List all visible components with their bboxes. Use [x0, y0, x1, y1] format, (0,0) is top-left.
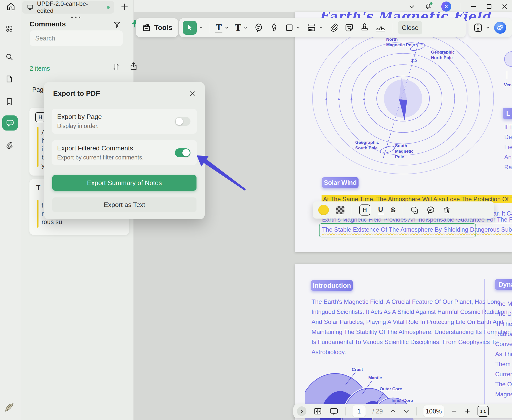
export-to-pdf-dialog: Export to PDF Export by Page Display in … [44, 82, 205, 219]
highlight-color-bar [37, 200, 38, 228]
page-total: / 29 [372, 408, 383, 415]
zoom-out-icon[interactable] [451, 408, 457, 414]
export-by-page-option[interactable]: Export by Page Display in order. [52, 109, 197, 134]
notifications-bell-icon[interactable] [424, 3, 432, 10]
side-text-line: Ra [504, 164, 512, 171]
search-input[interactable] [30, 30, 123, 46]
ai-assistant-button[interactable] [494, 22, 506, 34]
solar-wind-badge: Solar Wind [322, 177, 359, 188]
window-controls: X [409, 2, 508, 12]
minimize-icon[interactable] [470, 3, 477, 10]
shape-tool-chevron[interactable] [296, 25, 300, 30]
dialog-header: Export to PDF [44, 82, 205, 105]
attachment-rail-icon[interactable] [4, 141, 14, 151]
typewriter-tool-chevron[interactable] [243, 25, 248, 30]
app-menu-chevron-icon[interactable] [409, 3, 415, 10]
highlight-tool-icon[interactable]: H [359, 204, 370, 216]
label-inner-core: Inner Core [391, 398, 413, 403]
save-dropdown-chevron[interactable] [486, 25, 490, 30]
apps-grid-icon[interactable] [4, 24, 14, 34]
right-column-line: Currents [495, 371, 512, 378]
bookmark-icon[interactable] [4, 97, 14, 107]
left-navigation-rail [0, 0, 21, 420]
label-mantle: Mantle [368, 375, 382, 381]
expand-bar-button[interactable] [297, 406, 306, 416]
export-as-text-button[interactable]: Export as Text [52, 197, 196, 212]
pencil-tool-icon[interactable] [269, 23, 279, 32]
export-filtered-comments-toggle[interactable] [175, 148, 190, 157]
measure-tool-icon[interactable] [306, 22, 317, 33]
copy-icon[interactable] [410, 206, 419, 214]
option-title: Export by Page [57, 113, 102, 121]
paragraph-line: Astrobiology. [311, 349, 346, 356]
delete-trash-icon[interactable] [443, 206, 451, 214]
strikethrough-tool-icon[interactable]: S [391, 206, 396, 214]
attachment-tool-icon[interactable] [329, 23, 339, 32]
paragraph-line: Is Fundamental To Various Scientific Dis… [311, 339, 498, 346]
new-tab-button[interactable] [120, 3, 129, 11]
sort-icon[interactable] [111, 62, 121, 71]
signature-tool-icon[interactable] [375, 22, 386, 33]
document-tab[interactable]: UPDF-2.0-cant-be-edited [22, 1, 114, 14]
pointer-tool-button[interactable] [183, 21, 197, 35]
page-navigation-bar: 1 / 29 100% 1:1 [293, 404, 512, 418]
presentation-mode-icon[interactable] [329, 406, 339, 416]
right-column-line: In The E [495, 320, 512, 327]
typewriter-tool-icon[interactable]: T [235, 23, 241, 33]
items-count: 2 items [30, 65, 50, 72]
shape-tool-icon[interactable] [285, 23, 294, 32]
paragraph-line: Maintaining The Stability Of The Atmosph… [311, 328, 511, 335]
pointer-dropdown-chevron[interactable] [199, 25, 203, 30]
filter-icon[interactable] [112, 20, 122, 29]
custom-color-swatch[interactable] [336, 206, 344, 214]
comments-panel-button-active[interactable] [2, 115, 18, 131]
tab-title: UPDF-2.0-cant-be-edited [37, 0, 104, 14]
export-by-page-toggle[interactable] [175, 117, 190, 126]
save-icon[interactable] [473, 23, 483, 33]
label-south-magnetic-pole: South Magnetic Pole [395, 143, 417, 160]
paragraph-line: The Earth's Magnetic Field, A Crucial Fe… [311, 298, 501, 305]
measure-tool-chevron[interactable] [319, 25, 323, 30]
right-column-line: The Dyn [495, 310, 512, 317]
stamp-tool-icon[interactable] [360, 23, 369, 32]
close-window-icon[interactable] [501, 3, 508, 10]
text-comment-tool-icon[interactable]: T [215, 23, 222, 32]
export-summary-of-notes-button[interactable]: Export Summary of Notes [52, 175, 196, 191]
user-avatar[interactable]: X [441, 2, 451, 12]
search-icon[interactable] [4, 52, 14, 62]
close-button[interactable]: Close [398, 21, 422, 34]
page-thumbnails-icon[interactable] [313, 407, 322, 416]
right-column-line: As The [495, 351, 512, 358]
highlight-color-swatch[interactable] [318, 205, 329, 215]
maximize-icon[interactable] [486, 4, 492, 10]
selected-annotation-box[interactable] [319, 223, 476, 237]
updf-logo [4, 402, 14, 412]
label-north-magnetic-pole: North Magnetic Pole [386, 37, 416, 48]
page-number-input[interactable]: 1 [352, 405, 366, 417]
pages-document-icon[interactable] [4, 74, 14, 84]
underline-tool-icon[interactable]: U [378, 206, 384, 214]
comment-bubble-tool-icon[interactable] [254, 23, 264, 33]
note-comment-icon[interactable] [426, 205, 435, 215]
sticker-tool-icon[interactable] [344, 23, 354, 32]
zoom-in-icon[interactable] [464, 408, 471, 414]
tools-button[interactable]: Tools [136, 18, 178, 37]
monitor-icon [27, 4, 34, 11]
panel-drag-handle[interactable] [71, 17, 80, 18]
previous-page-chevron[interactable] [390, 408, 396, 414]
pdf-page-2: Introduction The Earth's Magnetic Field,… [295, 264, 512, 420]
export-filtered-comments-option[interactable]: Export Filtered Comments Export by curre… [52, 140, 197, 165]
dialog-close-icon[interactable] [189, 90, 196, 97]
actual-size-button[interactable]: 1:1 [478, 406, 489, 417]
label-crust: Crust [352, 367, 363, 372]
text-tool-chevron[interactable] [224, 25, 229, 30]
option-title: Export Filtered Comments [57, 144, 144, 152]
next-page-chevron[interactable] [403, 408, 410, 414]
main-toolbar: T T [179, 18, 466, 37]
updf-app-window: Earth's Magnetic Field North Magnetic Po… [0, 0, 512, 420]
home-button[interactable] [5, 1, 17, 12]
paragraph-line: Intrigued Scientists. It Acts As A Shiel… [311, 308, 507, 315]
export-share-icon[interactable] [129, 62, 138, 71]
side-text-line: Fie [504, 144, 512, 151]
zoom-level[interactable]: 100% [423, 405, 444, 417]
